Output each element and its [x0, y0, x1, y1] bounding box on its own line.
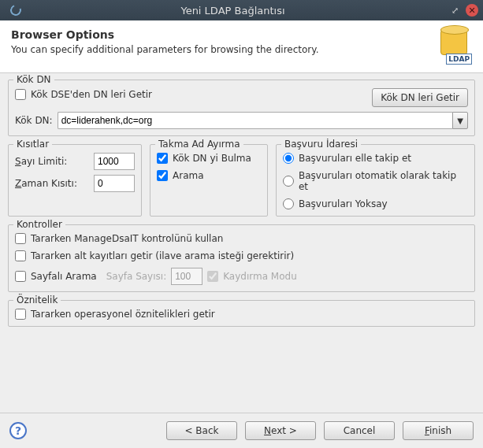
rad-ref-auto-label: Başvuruları otomatik olarak takip et [299, 170, 468, 192]
help-icon[interactable]: ? [9, 422, 27, 439]
legend-controls: Kontroller [13, 219, 65, 230]
window-body: Browser Options You can specify addition… [0, 20, 483, 448]
btn-fetch-root-dns[interactable]: Kök DN leri Getir [372, 88, 468, 107]
ldap-icon: LDAP [436, 28, 472, 65]
combo-root-dn[interactable]: ▼ [58, 112, 468, 129]
maximize-icon[interactable]: ⤢ [448, 4, 461, 17]
rad-ref-ignore-input[interactable] [283, 198, 294, 209]
legend-alias: Takma Ad Ayırma [155, 139, 243, 150]
chk-fetch-from-dse[interactable]: Kök DSE'den DN leri Getir [15, 89, 152, 100]
group-alias: Takma Ad Ayırma Kök DN yi Bulma Arama [150, 144, 268, 217]
finish-button[interactable]: Finish [403, 421, 474, 440]
label-scroll-mode: Kaydırma Modu [223, 271, 297, 282]
wizard-footer: ? < Back Next > Cancel Finish [0, 413, 483, 448]
chk-managedsait-label: Tararken ManageDsaIT kontrolünü kullan [31, 233, 223, 244]
chk-paged-input[interactable] [15, 271, 26, 282]
chk-operational[interactable]: Tararken operasyonel öznitelikleri getir [15, 309, 468, 320]
label-time-limit: Zaman Kısıtı: [15, 178, 77, 189]
legend-attributes: Öznitelik [13, 294, 61, 305]
label-page-count: Sayfa Sayısı: [106, 271, 167, 282]
chk-operational-label: Tararken operasyonel öznitelikleri getir [31, 309, 215, 320]
input-page-count [171, 268, 202, 285]
close-icon[interactable]: ✕ [466, 4, 478, 17]
rad-ref-manual-input[interactable] [283, 153, 294, 164]
group-controls: Kontroller Tararken ManageDsaIT kontrolü… [8, 224, 475, 292]
ldap-icon-label: LDAP [446, 54, 472, 65]
next-button[interactable]: Next > [245, 421, 316, 440]
group-attributes: Öznitelik Tararken operasyonel öznitelik… [8, 300, 475, 327]
group-limits: Kısıtlar Sayı Limiti: Zaman Kısıtı: [8, 144, 142, 217]
rad-ref-ignore-label: Başvuruları Yoksay [299, 198, 388, 209]
chk-paged-label: Sayfalı Arama [31, 271, 97, 282]
app-icon [9, 4, 22, 17]
chk-subentries-input[interactable] [15, 250, 26, 261]
window-title: Yeni LDAP Bağlantısı [22, 5, 444, 17]
back-button[interactable]: < Back [166, 421, 237, 440]
rad-ref-manual[interactable]: Başvuruları elle takip et [283, 153, 468, 164]
legend-referrals: Başvuru İdaresi [281, 139, 361, 150]
group-root-dn: Kök DN Kök DSE'den DN leri Getir Kök DN … [8, 80, 475, 136]
legend-limits: Kısıtlar [13, 139, 52, 150]
input-root-dn[interactable] [58, 112, 452, 129]
chk-alias-find-input[interactable] [157, 153, 168, 164]
rad-ref-ignore[interactable]: Başvuruları Yoksay [283, 198, 468, 209]
chk-subentries[interactable]: Tararken alt kayıtları getir (ilave aram… [15, 250, 468, 261]
cancel-button[interactable]: Cancel [324, 421, 395, 440]
page-title: Browser Options [11, 28, 428, 41]
wizard-header: Browser Options You can specify addition… [0, 20, 483, 73]
content-area: Kök DN Kök DSE'den DN leri Getir Kök DN … [0, 73, 483, 413]
input-count-limit[interactable] [94, 153, 135, 170]
rad-ref-auto-input[interactable] [283, 176, 294, 187]
chk-subentries-label: Tararken alt kayıtları getir (ilave aram… [31, 250, 294, 261]
chk-operational-input[interactable] [15, 309, 26, 320]
group-referrals: Başvuru İdaresi Başvuruları elle takip e… [276, 144, 475, 217]
chk-paged[interactable]: Sayfalı Arama [15, 271, 97, 282]
chk-alias-find[interactable]: Kök DN yi Bulma [157, 153, 261, 164]
rad-ref-manual-label: Başvuruları elle takip et [299, 153, 411, 164]
chk-alias-search-label: Arama [173, 170, 204, 181]
titlebar: Yeni LDAP Bağlantısı ⤢ ✕ [0, 0, 483, 20]
chk-managedsait[interactable]: Tararken ManageDsaIT kontrolünü kullan [15, 233, 468, 244]
paged-sublabel: Sayfa Sayısı: Kaydırma Modu [106, 268, 297, 285]
chk-scroll-mode-input [207, 271, 218, 282]
rad-ref-auto[interactable]: Başvuruları otomatik olarak takip et [283, 170, 468, 192]
input-time-limit[interactable] [94, 175, 135, 192]
chk-managedsait-input[interactable] [15, 233, 26, 244]
chk-alias-search[interactable]: Arama [157, 170, 261, 181]
chevron-down-icon[interactable]: ▼ [452, 112, 468, 129]
page-subtitle: You can specify additional parameters fo… [11, 44, 428, 55]
chk-alias-find-label: Kök DN yi Bulma [173, 153, 251, 164]
chk-fetch-from-dse-input[interactable] [15, 89, 26, 100]
chk-alias-search-input[interactable] [157, 170, 168, 181]
label-root-dn: Kök DN: [15, 115, 53, 126]
label-count-limit: Sayı Limiti: [15, 156, 67, 167]
legend-root-dn: Kök DN [13, 74, 54, 85]
chk-fetch-from-dse-label: Kök DSE'den DN leri Getir [31, 89, 152, 100]
